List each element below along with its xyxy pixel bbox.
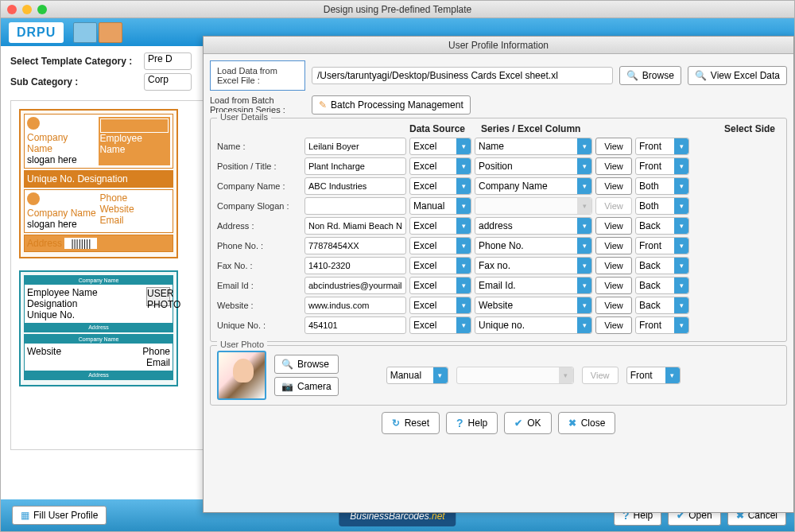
chevron-down-icon: ▾: [674, 297, 688, 313]
excel-column-select[interactable]: Website▾: [475, 297, 592, 314]
view-button[interactable]: View: [595, 157, 632, 175]
photo-column-select[interactable]: ▾: [456, 367, 574, 384]
close-button[interactable]: ✖Close: [558, 412, 616, 434]
side-select[interactable]: Front▾: [635, 316, 689, 334]
view-button[interactable]: View: [595, 316, 632, 334]
side-select[interactable]: Back▾: [635, 297, 689, 314]
main-window-title: Design using Pre-defined Template: [1, 4, 794, 15]
sub-category-select[interactable]: Corp: [144, 73, 192, 91]
data-source-select[interactable]: Excel▾: [409, 316, 471, 334]
photo-source-select[interactable]: Manual▾: [386, 367, 448, 384]
chevron-down-icon: ▾: [577, 218, 591, 234]
view-button[interactable]: View: [595, 217, 632, 235]
field-value-input[interactable]: [304, 257, 406, 274]
view-button[interactable]: View: [595, 257, 632, 274]
side-select[interactable]: Both▾: [635, 197, 689, 215]
field-value-input[interactable]: [304, 138, 406, 155]
load-excel-label: Load Data from Excel File :: [210, 60, 305, 91]
data-source-select[interactable]: Excel▾: [409, 257, 471, 274]
batch-processing-button[interactable]: ✎Batch Processing Management: [312, 95, 471, 115]
side-select[interactable]: Back▾: [635, 257, 689, 274]
side-select[interactable]: Front▾: [635, 237, 689, 254]
data-source-select[interactable]: Excel▾: [409, 237, 471, 254]
dialog-help-button[interactable]: ?Help: [446, 412, 498, 434]
photo-browse-button[interactable]: 🔍Browse: [274, 355, 339, 374]
reset-button[interactable]: ↻Reset: [382, 412, 440, 434]
field-value-input[interactable]: [304, 237, 406, 254]
excel-column-select[interactable]: Phone No.▾: [475, 237, 592, 254]
detail-row: Address :Excel▾address▾ViewBack▾: [217, 217, 780, 235]
photo-side-select[interactable]: Front▾: [626, 367, 681, 384]
browse-button[interactable]: 🔍Browse: [619, 66, 681, 85]
chevron-down-icon: ▾: [456, 218, 471, 234]
chevron-down-icon: ▾: [456, 278, 471, 293]
drpu-logo: DRPU: [9, 22, 64, 43]
field-value-input[interactable]: [304, 297, 406, 314]
view-button: View: [595, 197, 632, 215]
data-source-select[interactable]: Excel▾: [409, 157, 471, 175]
data-source-select[interactable]: Excel▾: [409, 217, 471, 235]
help-icon: ?: [456, 417, 463, 429]
excel-column-select[interactable]: Company Name▾: [475, 177, 592, 195]
field-label: Unique No. :: [217, 320, 301, 330]
view-excel-button[interactable]: 🔍View Excel Data: [688, 66, 787, 85]
excel-column-select[interactable]: address▾: [475, 217, 592, 235]
side-select[interactable]: Front▾: [635, 138, 689, 155]
excel-column-select[interactable]: Name▾: [475, 138, 592, 155]
check-icon: ✔: [514, 417, 522, 429]
excel-column-select[interactable]: Fax no.▾: [475, 257, 592, 274]
field-value-input[interactable]: [304, 197, 406, 215]
view-button[interactable]: View: [595, 138, 632, 155]
data-source-select[interactable]: Excel▾: [409, 177, 471, 195]
side-select[interactable]: Both▾: [635, 177, 689, 195]
data-source-select[interactable]: Excel▾: [409, 297, 471, 314]
field-value-input[interactable]: [304, 277, 406, 294]
template-card[interactable]: Company Name Employee NameDesignationUni…: [19, 270, 178, 386]
excel-column-select: ▾: [475, 197, 592, 215]
main-titlebar: Design using Pre-defined Template: [1, 1, 794, 18]
ok-button[interactable]: ✔OK: [504, 412, 551, 434]
field-value-input[interactable]: [304, 157, 406, 175]
field-label: Company Name :: [217, 181, 301, 191]
field-value-input[interactable]: [304, 316, 406, 334]
data-source-select[interactable]: Excel▾: [409, 277, 471, 294]
photo-camera-button[interactable]: 📷Camera: [274, 377, 339, 396]
chevron-down-icon: ▾: [433, 367, 448, 383]
side-select[interactable]: Front▾: [635, 157, 689, 175]
chevron-down-icon: ▾: [456, 138, 471, 154]
fill-user-profile-button[interactable]: ▦ Fill User Profile: [12, 506, 107, 525]
template-card[interactable]: Company Nameslogan here Employee Name Un…: [19, 109, 178, 258]
excel-column-select[interactable]: Email Id.▾: [475, 277, 592, 294]
chevron-down-icon: ▾: [456, 297, 471, 313]
excel-column-select[interactable]: Position▾: [475, 157, 592, 175]
view-button[interactable]: View: [595, 297, 632, 314]
excel-column-select[interactable]: Unique no.▾: [475, 316, 592, 334]
camera-icon: 📷: [281, 381, 293, 392]
view-button[interactable]: View: [595, 177, 632, 195]
close-window-icon[interactable]: [7, 5, 17, 14]
chevron-down-icon: ▾: [577, 258, 591, 274]
chevron-down-icon: ▾: [577, 278, 591, 293]
data-source-select[interactable]: Manual▾: [409, 197, 471, 215]
chevron-down-icon: ▾: [456, 198, 471, 214]
chevron-down-icon: ▾: [674, 218, 688, 234]
chevron-down-icon: ▾: [456, 258, 471, 274]
chevron-down-icon: ▾: [559, 367, 573, 383]
field-value-input[interactable]: [304, 217, 406, 235]
template-category-select[interactable]: Pre D: [144, 52, 192, 70]
chevron-down-icon: ▾: [665, 367, 680, 383]
detail-row: Fax No. :Excel▾Fax no.▾ViewBack▾: [217, 257, 780, 274]
table-icon: 🔍: [695, 70, 707, 81]
maximize-window-icon[interactable]: [37, 5, 47, 14]
view-button[interactable]: View: [595, 237, 632, 254]
view-button[interactable]: View: [595, 277, 632, 294]
chevron-down-icon: ▾: [674, 178, 688, 194]
side-select[interactable]: Back▾: [635, 277, 689, 294]
data-source-select[interactable]: Excel▾: [409, 138, 471, 155]
field-label: Position / Title :: [217, 161, 301, 171]
minimize-window-icon[interactable]: [22, 5, 32, 14]
chevron-down-icon: ▾: [674, 158, 688, 174]
excel-path-input[interactable]: [312, 67, 613, 84]
side-select[interactable]: Back▾: [635, 217, 689, 235]
field-value-input[interactable]: [304, 177, 406, 195]
